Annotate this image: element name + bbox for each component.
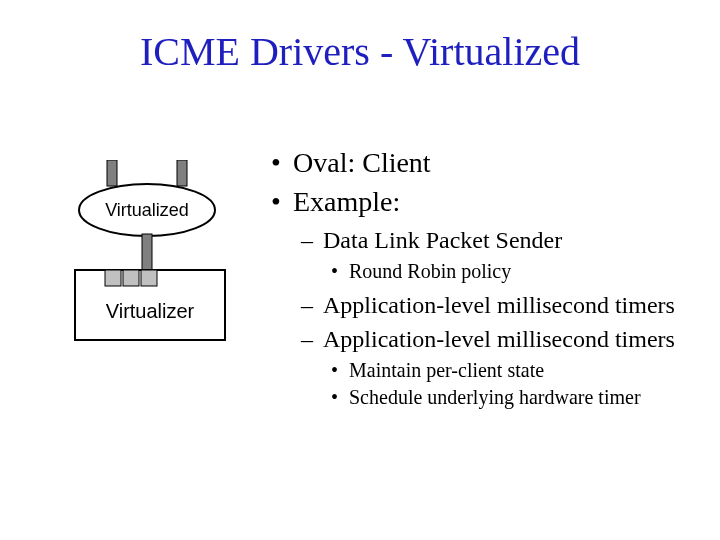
bullet-l1: Example: Data Link Packet Sender Round R… (265, 184, 695, 410)
bullet-l3: Maintain per-client state (323, 358, 695, 383)
svg-rect-5 (105, 270, 121, 286)
svg-rect-7 (141, 270, 157, 286)
diagram-box-label: Virtualizer (106, 300, 195, 322)
bullet-l1: Oval: Client (265, 145, 695, 180)
content: Oval: Client Example: Data Link Packet S… (265, 145, 695, 416)
svg-rect-6 (123, 270, 139, 286)
bullet-text: Application-level millisecond timers (323, 326, 675, 352)
bullet-l3: Schedule underlying hardware timer (323, 385, 695, 410)
slide: ICME Drivers - Virtualized Virtualized V… (0, 0, 720, 540)
bullet-l2: Application-level millisecond timers (293, 290, 695, 320)
bullet-text: Data Link Packet Sender (323, 227, 562, 253)
slide-title: ICME Drivers - Virtualized (0, 28, 720, 75)
bullet-text: Example: (293, 186, 400, 217)
bullet-l2: Application-level millisecond timers Mai… (293, 324, 695, 410)
diagram-oval-label: Virtualized (105, 200, 189, 220)
svg-rect-0 (107, 160, 117, 186)
bullet-l3: Round Robin policy (323, 259, 695, 284)
bullet-l2: Data Link Packet Sender Round Robin poli… (293, 225, 695, 284)
svg-rect-3 (142, 234, 152, 270)
svg-rect-1 (177, 160, 187, 186)
diagram: Virtualized Virtualizer (65, 160, 240, 360)
bullet-list: Oval: Client Example: Data Link Packet S… (265, 145, 695, 410)
